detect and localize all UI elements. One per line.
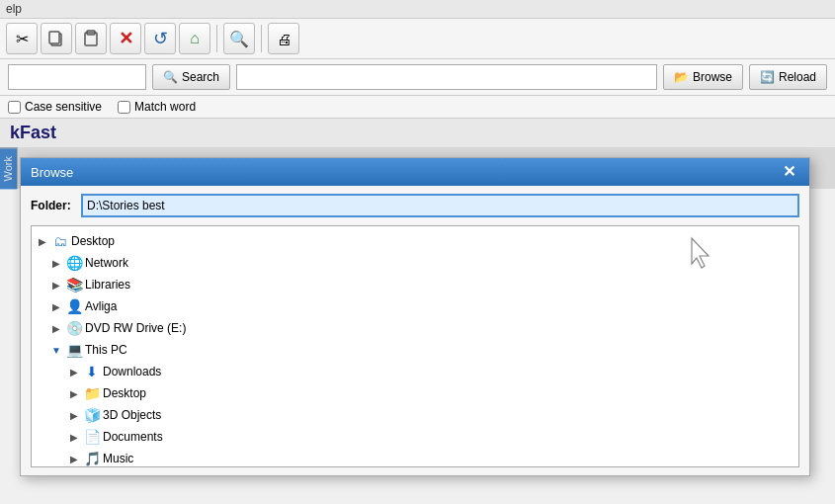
app-title: kFast xyxy=(10,123,56,143)
browse-label: Browse xyxy=(693,70,732,84)
browse-icon: 📂 xyxy=(674,70,689,84)
tree-item-dvd[interactable]: ▶ 💿 DVD RW Drive (E:) xyxy=(32,317,798,339)
person-icon: 👤 xyxy=(65,297,83,315)
3dobjects-icon: 🧊 xyxy=(83,406,101,424)
search-button[interactable]: 🔍 Search xyxy=(152,64,230,90)
options-bar: Case sensitive Match word xyxy=(0,96,835,119)
browse-button[interactable]: 📂 Browse xyxy=(663,64,743,90)
tree-arrow-music: ▶ xyxy=(67,454,81,464)
desktop-folder-icon: 📁 xyxy=(83,384,101,402)
case-sensitive-checkbox[interactable] xyxy=(8,101,21,114)
dialog-titlebar: Browse ✕ xyxy=(21,158,809,186)
tree-item-libraries[interactable]: ▶ 📚 Libraries xyxy=(32,274,798,295)
tree-item-desktop[interactable]: ▶ 🗂 Desktop xyxy=(32,230,798,252)
tree-label-dvd: DVD RW Drive (E:) xyxy=(85,321,186,335)
refresh-button[interactable]: ↺ xyxy=(144,23,176,54)
tree-arrow-avliga: ▶ xyxy=(49,301,63,312)
tree-item-network[interactable]: ▶ 🌐 Network xyxy=(32,252,798,274)
tree-item-desktop-pc[interactable]: ▶ 📁 Desktop xyxy=(32,382,798,404)
search-label: Search xyxy=(182,70,219,84)
dialog-content: Folder: ▶ 🗂 Desktop ▶ 🌐 Networ xyxy=(21,186,809,475)
match-word-option[interactable]: Match word xyxy=(118,100,196,114)
music-icon: 🎵 xyxy=(83,450,101,467)
tree-label-3dobjects: 3D Objects xyxy=(103,408,161,422)
tree-label-downloads: Downloads xyxy=(103,365,161,378)
tree-arrow-downloads: ▶ xyxy=(67,367,81,378)
main-area: Work Browse ✕ Folder: ▶ xyxy=(0,147,835,189)
print-button[interactable]: 🖨 xyxy=(268,23,299,54)
tree-arrow-network: ▶ xyxy=(49,258,63,269)
computer-icon: 💻 xyxy=(65,341,83,359)
paste-button[interactable] xyxy=(75,23,107,54)
search-input[interactable] xyxy=(8,64,146,90)
reload-button[interactable]: 🔄 Reload xyxy=(749,64,827,90)
tree-arrow-3dobjects: ▶ xyxy=(67,410,81,421)
browse-dialog: Browse ✕ Folder: ▶ 🗂 Desktop xyxy=(20,157,810,476)
dialog-overlay: Browse ✕ Folder: ▶ 🗂 Desktop xyxy=(0,147,835,189)
case-sensitive-label: Case sensitive xyxy=(25,100,102,114)
tree-label-libraries: Libraries xyxy=(85,278,130,292)
tree-item-music[interactable]: ▶ 🎵 Music xyxy=(32,448,798,467)
tree-label-desktop: Desktop xyxy=(71,234,115,248)
dialog-title: Browse xyxy=(31,165,73,180)
home-button[interactable]: ⌂ xyxy=(179,23,210,54)
tree-arrow-desktop-pc: ▶ xyxy=(67,388,81,399)
toolbar-separator-2 xyxy=(261,25,262,52)
file-tree[interactable]: ▶ 🗂 Desktop ▶ 🌐 Network ▶ 📚 Libra xyxy=(31,225,799,467)
tree-item-downloads[interactable]: ▶ ⬇ Downloads xyxy=(32,361,798,382)
tree-label-music: Music xyxy=(103,452,133,465)
folder-input[interactable] xyxy=(81,194,799,217)
toolbar: ✂ ✕ ↺ ⌂ 🔍 🖨 xyxy=(0,19,835,59)
search-bar: 🔍 Search 📂 Browse 🔄 Reload xyxy=(0,59,835,96)
folder-row: Folder: xyxy=(31,194,799,217)
title-text: elp xyxy=(6,2,22,16)
tree-label-desktop-pc: Desktop xyxy=(103,386,146,400)
tree-item-documents[interactable]: ▶ 📄 Documents xyxy=(32,426,798,448)
title-bar: elp xyxy=(0,0,835,19)
documents-icon: 📄 xyxy=(83,428,101,446)
tree-arrow-documents: ▶ xyxy=(67,432,81,443)
tree-label-network: Network xyxy=(85,256,128,270)
tree-arrow-desktop: ▶ xyxy=(36,236,49,247)
match-word-label: Match word xyxy=(134,100,196,114)
cut-button[interactable]: ✂ xyxy=(6,23,38,54)
network-icon: 🌐 xyxy=(65,254,83,272)
dialog-close-button[interactable]: ✕ xyxy=(779,164,799,180)
case-sensitive-option[interactable]: Case sensitive xyxy=(8,100,102,114)
tree-label-documents: Documents xyxy=(103,430,163,444)
close-button[interactable]: ✕ xyxy=(110,23,141,54)
path-input[interactable] xyxy=(236,64,657,90)
tree-arrow-thispc: ▼ xyxy=(49,345,63,356)
tree-arrow-dvd: ▶ xyxy=(49,323,63,334)
search-icon-button[interactable]: 🔍 xyxy=(223,23,255,54)
search-icon: 🔍 xyxy=(163,70,178,84)
tree-label-avliga: Avliga xyxy=(85,299,117,313)
reload-icon: 🔄 xyxy=(760,70,775,84)
match-word-checkbox[interactable] xyxy=(118,101,130,114)
libraries-icon: 📚 xyxy=(65,276,83,294)
tree-item-avliga[interactable]: ▶ 👤 Avliga xyxy=(32,295,798,317)
tree-item-3dobjects[interactable]: ▶ 🧊 3D Objects xyxy=(32,404,798,426)
folder-blue-icon: 🗂 xyxy=(51,232,69,250)
app-title-bar: kFast xyxy=(0,119,835,147)
folder-label: Folder: xyxy=(31,199,75,212)
toolbar-separator xyxy=(216,25,217,52)
dvd-icon: 💿 xyxy=(65,319,83,337)
copy-button[interactable] xyxy=(41,23,72,54)
tree-item-thispc[interactable]: ▼ 💻 This PC xyxy=(32,339,798,361)
reload-label: Reload xyxy=(779,70,816,84)
downloads-icon: ⬇ xyxy=(83,363,101,380)
svg-rect-1 xyxy=(49,32,59,43)
tree-label-thispc: This PC xyxy=(85,343,127,357)
tree-arrow-libraries: ▶ xyxy=(49,280,63,291)
